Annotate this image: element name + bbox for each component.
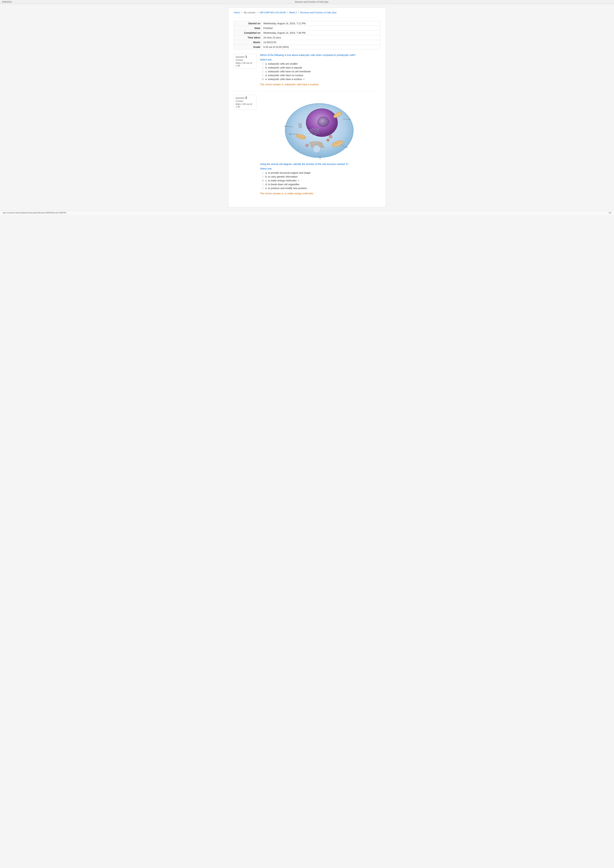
q2-option-d-label: d. to break down old organelles bbox=[266, 183, 300, 186]
cell-diagram-svg: a. b. c. d. e. bbox=[283, 96, 357, 160]
info-row-marks: Marks 14.00/15.00 bbox=[234, 40, 380, 45]
question-2-number: Question 2 bbox=[236, 96, 255, 99]
question-1-number: Question 1 bbox=[236, 55, 255, 58]
q2-radio-c[interactable] bbox=[262, 180, 264, 182]
svg-text:e.: e. bbox=[284, 125, 286, 127]
cell-diagram-wrapper: a. b. c. d. e. bbox=[260, 96, 380, 160]
browser-bar: 9/30/2019 Structure and Function of Cell… bbox=[0, 0, 614, 4]
svg-text:b.: b. bbox=[346, 146, 348, 148]
time-taken-label: Time taken bbox=[234, 35, 262, 40]
q1-option-a: a. eukaryotic cells are smaller bbox=[262, 62, 380, 65]
q2-option-b: b. to carry genetic information bbox=[262, 175, 380, 178]
completed-on-label: Completed on bbox=[234, 31, 262, 35]
q2-radio-a[interactable] bbox=[262, 172, 264, 174]
time-taken-value: 24 mins 23 secs bbox=[262, 35, 380, 40]
breadcrumb-sep3: / bbox=[287, 11, 288, 14]
question-2-block: Question 2 Correct Mark 1.00 out of 1.00 bbox=[234, 95, 380, 195]
breadcrumb-sep1: / bbox=[241, 11, 242, 14]
question-1-options: a. eukaryotic cells are smaller b. eukar… bbox=[262, 62, 380, 81]
svg-point-12 bbox=[327, 139, 329, 141]
q1-option-d: d. eukaryotic cells have no nucleus bbox=[262, 74, 380, 77]
q1-correct-icon: ✔ bbox=[303, 78, 305, 81]
question-2-status: Correct bbox=[236, 100, 255, 102]
breadcrumb-home[interactable]: Home bbox=[234, 11, 240, 14]
q2-option-c-label: c. to make energy molecules bbox=[266, 179, 297, 182]
svg-point-18 bbox=[316, 129, 317, 130]
q1-option-b: b. eukaryotic cells have a capsule bbox=[262, 66, 380, 69]
question-1-sidebar: Question 1 Correct Mark 1.00 out of 1.00 bbox=[234, 54, 256, 68]
breadcrumb-sep4: / bbox=[298, 11, 299, 14]
question-1-correct-answer: The correct answer is: eukaryotic cells … bbox=[260, 83, 380, 86]
footer-url: gmc.mrooms3.net/mod/quiz/review.php?atte… bbox=[3, 212, 66, 214]
svg-point-11 bbox=[329, 135, 332, 138]
q1-radio-c[interactable] bbox=[262, 70, 264, 73]
q1-radio-a[interactable] bbox=[262, 63, 264, 65]
svg-text:c.: c. bbox=[320, 157, 321, 160]
grade-value: 9.33 out of 10.00 (93%) bbox=[262, 45, 380, 50]
footer-page-num: 1/6 bbox=[609, 212, 611, 214]
q1-option-d-label: d. eukaryotic cells have no nucleus bbox=[266, 74, 303, 77]
question-2-select-label: Select one: bbox=[260, 167, 380, 170]
info-row-state: State Finished bbox=[234, 26, 380, 31]
q1-option-a-label: a. eukaryotic cells are smaller bbox=[266, 62, 298, 65]
question-1-mark: Mark 1.00 out of 1.00 bbox=[236, 62, 255, 67]
question-1-block: Question 1 Correct Mark 1.00 out of 1.00… bbox=[234, 54, 380, 86]
breadcrumb-week[interactable]: Week 2 bbox=[289, 11, 297, 14]
info-row-completed: Completed on Wednesday, August 14, 2019,… bbox=[234, 31, 380, 35]
svg-point-13 bbox=[306, 144, 308, 147]
q1-radio-b[interactable] bbox=[262, 67, 264, 69]
q2-correct-icon: ✔ bbox=[298, 179, 300, 182]
question-2-sidebar: Question 2 Correct Mark 1.00 out of 1.00 bbox=[234, 95, 256, 110]
question-1-num-bold: 1 bbox=[246, 55, 247, 58]
svg-point-17 bbox=[315, 128, 316, 129]
q1-option-c-label: c. eukaryotic cells have no cell membran… bbox=[266, 70, 311, 73]
q2-option-c: c. to make energy molecules ✔ bbox=[262, 179, 380, 182]
grade-label: Grade bbox=[234, 45, 262, 50]
question-2-options: a. to provide structural support and sha… bbox=[262, 171, 380, 190]
q2-radio-d[interactable] bbox=[262, 183, 264, 186]
question-2-num-bold: 2 bbox=[246, 96, 247, 99]
info-row-started: Started on Wednesday, August 14, 2019, 7… bbox=[234, 21, 380, 26]
q1-option-e: e. eukaryotic cells have a nucleus ✔ bbox=[262, 78, 380, 81]
quiz-info-table: Started on Wednesday, August 14, 2019, 7… bbox=[234, 21, 380, 50]
main-container: Home / My courses / 19F1CMP BIO-123-2010… bbox=[229, 8, 385, 207]
question-1-content: Which of the following is true about euk… bbox=[260, 54, 380, 86]
q2-option-e: e. to produce and modify new proteins bbox=[262, 187, 380, 190]
browser-date: 9/30/2019 bbox=[2, 1, 11, 3]
question-1-text: Which of the following is true about euk… bbox=[260, 54, 380, 56]
q1-radio-d[interactable] bbox=[262, 74, 264, 76]
breadcrumb-quiz[interactable]: Structure and Function of Cells Quiz bbox=[300, 11, 337, 14]
q1-option-c: c. eukaryotic cells have no cell membran… bbox=[262, 70, 380, 73]
q2-option-a-label: a. to provide structural support and sha… bbox=[266, 171, 311, 174]
info-row-grade: Grade 9.33 out of 10.00 (93%) bbox=[234, 45, 380, 50]
breadcrumb-mycourses: My courses bbox=[244, 11, 255, 14]
q2-option-e-label: e. to produce and modify new proteins bbox=[266, 187, 307, 190]
svg-point-19 bbox=[318, 128, 319, 129]
svg-point-20 bbox=[313, 145, 320, 153]
svg-point-3 bbox=[318, 117, 329, 127]
q2-radio-e[interactable] bbox=[262, 187, 264, 189]
q1-option-e-label: e. eukaryotic cells have a nucleus bbox=[266, 78, 302, 81]
question-2-mark: Mark 1.00 out of 1.00 bbox=[236, 103, 255, 108]
question-2-text: Using the animal cell diagram, identify … bbox=[260, 163, 380, 166]
q1-radio-e[interactable] bbox=[262, 78, 264, 81]
q2-option-a: a. to provide structural support and sha… bbox=[262, 171, 380, 174]
marks-value: 14.00/15.00 bbox=[262, 40, 380, 45]
started-on-value: Wednesday, August 14, 2019, 7:11 PM bbox=[262, 21, 380, 26]
svg-point-15 bbox=[312, 128, 313, 129]
marks-label: Marks bbox=[234, 40, 262, 45]
completed-on-value: Wednesday, August 14, 2019, 7:36 PM bbox=[262, 31, 380, 35]
q2-option-b-label: b. to carry genetic information bbox=[266, 175, 298, 178]
q2-radio-b[interactable] bbox=[262, 176, 264, 178]
breadcrumb-course[interactable]: 19F1CMP BIO-123-20106 bbox=[260, 11, 286, 14]
browser-page-title: Structure and Function of Cells Quiz bbox=[295, 1, 328, 3]
question-1-status: Correct bbox=[236, 59, 255, 61]
q1-option-b-label: b. eukaryotic cells have a capsule bbox=[266, 66, 302, 69]
breadcrumb: Home / My courses / 19F1CMP BIO-123-2010… bbox=[234, 11, 380, 14]
svg-text:a.: a. bbox=[349, 118, 350, 120]
state-value: Finished bbox=[262, 26, 380, 31]
question-2-content: a. b. c. d. e. Using the animal cell dia… bbox=[260, 95, 380, 195]
question-1-select-label: Select one: bbox=[260, 58, 380, 61]
svg-text:d.: d. bbox=[290, 133, 291, 135]
breadcrumb-sep2: / bbox=[258, 11, 258, 14]
